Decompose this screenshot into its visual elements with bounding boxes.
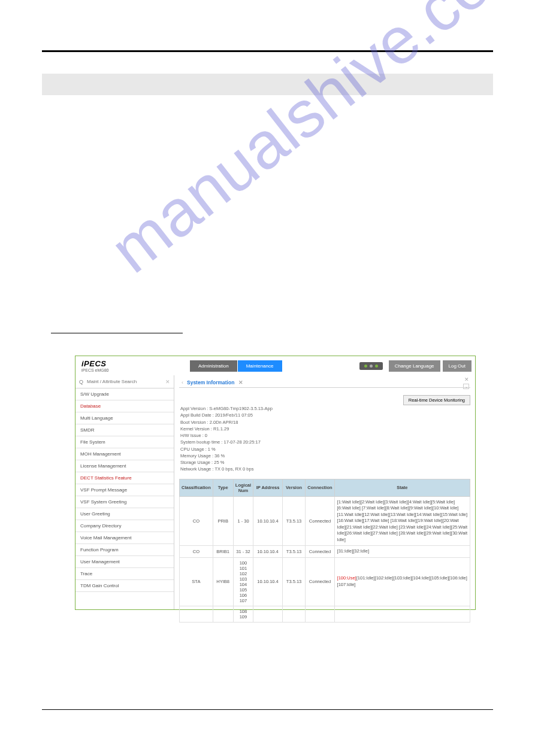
sidebar-item[interactable]: License Management — [75, 460, 174, 472]
table-cell: 31 - 32 — [233, 546, 253, 558]
column-header: Classification — [180, 479, 213, 496]
system-info-block: Appl Version : S-eMG80-Tmp1902-3.5.13-Ap… — [180, 405, 470, 473]
table-cell: 100 101 102 103 104 105 106 107 — [233, 557, 253, 606]
status-indicator — [359, 362, 383, 370]
sidebar-item[interactable]: Multi Language — [75, 412, 174, 424]
info-boot-version: Boot Version : 2.0Dn APR/18 — [180, 419, 470, 426]
sidebar-item[interactable]: File System — [75, 436, 174, 448]
info-appl-build: Appl Build Date : 2019/Feb/11 07:05 — [180, 412, 470, 418]
table-cell: 108 109 — [233, 606, 253, 622]
main-area: ‹ System Information ✕ ✕ ⌄ Real-time Dev… — [174, 375, 475, 609]
table-cell: 1 - 30 — [233, 496, 253, 546]
column-header: Version — [282, 479, 306, 496]
table-cell: BRIB1 — [213, 546, 233, 558]
tab-label: System Information — [187, 379, 234, 385]
column-header: State — [334, 479, 470, 496]
info-storage-usage: Storage Usage : 25 % — [180, 459, 470, 466]
page-gray-bar — [42, 74, 493, 95]
table-cell: 10.10.10.4 — [253, 546, 282, 558]
table-row: COBRIB131 - 3210.10.10.4T3.5.13Connected… — [180, 546, 470, 558]
chevron-down-icon[interactable]: ⌄ — [463, 384, 469, 389]
info-system-bootup: System bootup time : 17-07-28 20:25:17 — [180, 439, 470, 445]
change-language-button[interactable]: Change Language — [389, 360, 440, 372]
sidebar-item[interactable]: User Management — [75, 556, 174, 568]
column-header: Connection — [306, 479, 334, 496]
sidebar-item[interactable]: Function Program — [75, 544, 174, 556]
sidebar-item[interactable]: TDM Gain Control — [75, 580, 174, 592]
tab-administration[interactable]: Administration — [190, 360, 237, 372]
tab-system-information[interactable]: System Information ✕ — [187, 379, 250, 385]
table-cell: T3.5.13 — [282, 546, 306, 558]
column-header: Logical Num — [233, 479, 253, 496]
column-header: Type — [213, 479, 233, 496]
table-row: STAHYIB8100 101 102 103 104 105 106 1071… — [180, 557, 470, 606]
table-cell: Connected — [306, 496, 334, 546]
logo-area: iPECS iPECS eMG80 — [79, 359, 190, 372]
dot-icon — [364, 365, 367, 368]
table-cell: Connected — [306, 546, 334, 558]
info-network-usage: Network Usage : TX 0 bps, RX 0 bps — [180, 466, 470, 472]
sidebar-item[interactable]: Database — [75, 400, 174, 412]
table-cell: Connected — [306, 557, 334, 606]
search-row: Q ✕ — [75, 375, 174, 388]
table-cell: T3.5.13 — [282, 496, 306, 546]
table-cell — [282, 606, 306, 622]
search-input[interactable] — [86, 378, 163, 385]
sidebar-item[interactable]: Company Directory — [75, 520, 174, 532]
state-cell — [334, 606, 470, 622]
search-icon: Q — [79, 379, 83, 385]
page-bottom-rule — [42, 709, 493, 710]
info-kernel-version: Kernel Version : R1.1.29 — [180, 426, 470, 432]
table-cell — [306, 606, 334, 622]
table-cell — [180, 606, 213, 622]
clear-icon[interactable]: ✕ — [165, 379, 170, 385]
realtime-monitoring-button[interactable]: Real-time Device Monitoring — [403, 395, 470, 405]
state-cell: [100:Use][101:Idle][102:Idle][103:Idle][… — [334, 557, 470, 606]
sidebar-item[interactable]: MOH Management — [75, 448, 174, 460]
sidebar-item[interactable]: User Greeting — [75, 508, 174, 520]
close-icon[interactable]: ✕ — [464, 377, 469, 382]
sidebar-item[interactable]: S/W Upgrade — [75, 388, 174, 400]
table-cell: HYIB8 — [213, 557, 233, 606]
state-cell: [1:Wait Idle][2:Wait Idle][3:Wait Idle][… — [334, 496, 470, 546]
sidebar-item[interactable]: DECT Statistics Feature — [75, 472, 174, 484]
table-cell — [253, 606, 282, 622]
sidebar-item[interactable]: SMDR — [75, 424, 174, 436]
tab-maintenance[interactable]: Maintenance — [238, 360, 282, 372]
logo-text: iPECS — [81, 359, 190, 368]
info-memory-usage: Memory Usage : 36 % — [180, 453, 470, 459]
table-cell: STA — [180, 557, 213, 606]
sidebar-item[interactable]: Trace — [75, 568, 174, 580]
state-cell: [31:Idle][32:Idle] — [334, 546, 470, 558]
sidebar-item[interactable]: VSF System Greeting — [75, 496, 174, 508]
table-cell — [213, 606, 233, 622]
column-header: IP Address — [253, 479, 282, 496]
sidebar-item[interactable]: Voice Mail Management — [75, 532, 174, 544]
device-table: ClassificationTypeLogical NumIP AddressV… — [179, 479, 470, 623]
app-body: Q ✕ S/W UpgradeDatabaseMulti LanguageSMD… — [75, 375, 475, 609]
sidebar: Q ✕ S/W UpgradeDatabaseMulti LanguageSMD… — [75, 375, 174, 609]
info-cpu-usage: CPU Usage : 1 % — [180, 446, 470, 453]
info-hw-issue: H/W Issue : 0 — [180, 432, 470, 439]
watermark-text: manualshive.com — [96, 0, 535, 287]
table-cell: 10.10.10.4 — [253, 496, 282, 546]
logout-button[interactable]: Log Out — [443, 360, 471, 372]
table-row: 108 109 — [180, 606, 470, 622]
dot-icon — [375, 365, 378, 368]
table-row: COPRIB1 - 3010.10.10.4T3.5.13Connected[1… — [180, 496, 470, 546]
dot-icon — [370, 365, 373, 368]
table-cell: PRIB — [213, 496, 233, 546]
logo-subtitle: iPECS eMG80 — [81, 368, 190, 372]
app-header: iPECS iPECS eMG80 Administration Mainten… — [75, 356, 475, 375]
app-frame: iPECS iPECS eMG80 Administration Mainten… — [75, 356, 476, 610]
close-tab-icon[interactable]: ✕ — [238, 379, 243, 385]
sidebar-item[interactable]: VSF Prompt Message — [75, 484, 174, 496]
table-cell: CO — [180, 546, 213, 558]
content-tab-bar: ‹ System Information ✕ — [179, 378, 470, 388]
chevron-left-icon[interactable]: ‹ — [182, 379, 183, 385]
info-appl-version: Appl Version : S-eMG80-Tmp1902-3.5.13-Ap… — [180, 405, 470, 412]
page-top-rule — [42, 50, 493, 52]
table-cell: 10.10.10.4 — [253, 557, 282, 606]
table-cell: T3.5.13 — [282, 557, 306, 606]
table-cell: CO — [180, 496, 213, 546]
